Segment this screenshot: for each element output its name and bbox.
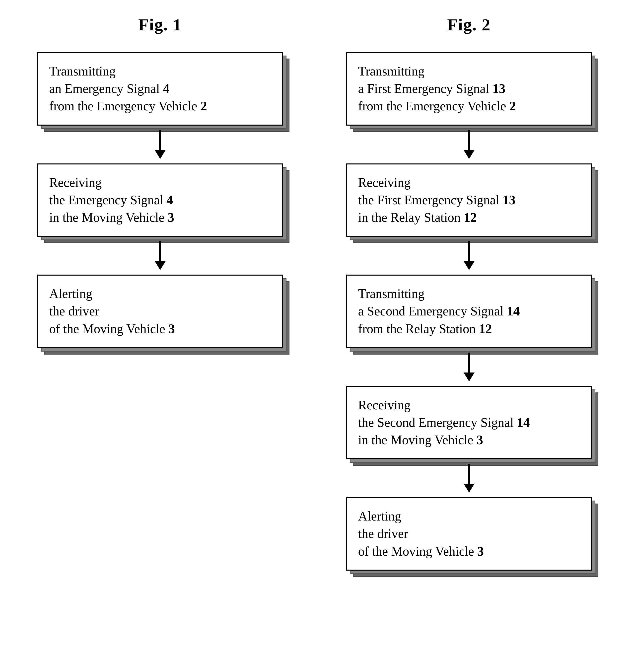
fig2-box3: Transmitting a Second Emergency Signal 1… xyxy=(346,274,592,348)
fig2-arrow1 xyxy=(464,126,475,164)
fig2-arrow2 xyxy=(464,237,475,274)
fig2-arrow4 xyxy=(464,459,475,497)
figures-row: Fig. 1 Transmitting an Emergency Signal … xyxy=(16,15,613,571)
fig2-arrow1-line xyxy=(468,130,470,150)
fig1-box2: Receiving the Emergency Signal 4 in the … xyxy=(38,164,283,237)
figure-2: Fig. 2 Transmitting a First Emergency Si… xyxy=(324,15,613,571)
fig1-arrow2-head xyxy=(155,261,166,270)
fig2-arrow2-line xyxy=(468,241,470,261)
fig1-title: Fig. 1 xyxy=(138,15,182,34)
fig2-arrow3-head xyxy=(464,373,475,382)
fig2-title: Fig. 2 xyxy=(447,15,490,34)
fig2-arrow4-head xyxy=(464,484,475,493)
fig1-box1-text: Transmitting an Emergency Signal 4 from … xyxy=(49,63,271,115)
fig2-box2-text: Receiving the First Emergency Signal 13 … xyxy=(358,174,580,226)
fig2-box4-wrapper: Receiving the Second Emergency Signal 14… xyxy=(346,386,592,459)
fig2-box1: Transmitting a First Emergency Signal 13… xyxy=(346,52,592,126)
fig1-box1-wrapper: Transmitting an Emergency Signal 4 from … xyxy=(38,52,283,126)
fig2-box1-text: Transmitting a First Emergency Signal 13… xyxy=(358,63,580,115)
fig2-arrow4-line xyxy=(468,464,470,484)
fig1-flowchart: Transmitting an Emergency Signal 4 from … xyxy=(16,52,305,348)
fig1-box3-wrapper: Alerting the driver of the Moving Vehicl… xyxy=(38,274,283,348)
fig1-box1: Transmitting an Emergency Signal 4 from … xyxy=(38,52,283,126)
fig1-arrow1 xyxy=(155,126,166,164)
fig2-arrow2-head xyxy=(464,261,475,270)
fig2-arrow3-line xyxy=(468,353,470,373)
figure-1: Fig. 1 Transmitting an Emergency Signal … xyxy=(16,15,305,571)
fig2-flowchart: Transmitting a First Emergency Signal 13… xyxy=(324,52,613,571)
fig2-box4-text: Receiving the Second Emergency Signal 14… xyxy=(358,397,580,449)
fig1-arrow2-line xyxy=(159,241,161,261)
fig2-box5-wrapper: Alerting the driver of the Moving Vehicl… xyxy=(346,497,592,571)
fig2-arrow3 xyxy=(464,348,475,386)
fig2-box4: Receiving the Second Emergency Signal 14… xyxy=(346,386,592,459)
fig2-box1-wrapper: Transmitting a First Emergency Signal 13… xyxy=(346,52,592,126)
page: Fig. 1 Transmitting an Emergency Signal … xyxy=(16,15,613,571)
fig2-box3-wrapper: Transmitting a Second Emergency Signal 1… xyxy=(346,274,592,348)
fig1-box3-text: Alerting the driver of the Moving Vehicl… xyxy=(49,285,271,338)
fig2-arrow1-head xyxy=(464,150,475,159)
fig2-box2: Receiving the First Emergency Signal 13 … xyxy=(346,164,592,237)
fig1-box2-text: Receiving the Emergency Signal 4 in the … xyxy=(49,174,271,226)
fig2-box5: Alerting the driver of the Moving Vehicl… xyxy=(346,497,592,571)
fig2-box5-text: Alerting the driver of the Moving Vehicl… xyxy=(358,508,580,560)
fig1-box3: Alerting the driver of the Moving Vehicl… xyxy=(38,274,283,348)
fig1-arrow2 xyxy=(155,237,166,274)
fig1-arrow1-line xyxy=(159,130,161,150)
fig1-arrow1-head xyxy=(155,150,166,159)
fig2-box2-wrapper: Receiving the First Emergency Signal 13 … xyxy=(346,164,592,237)
fig2-box3-text: Transmitting a Second Emergency Signal 1… xyxy=(358,285,580,338)
fig1-box2-wrapper: Receiving the Emergency Signal 4 in the … xyxy=(38,164,283,237)
